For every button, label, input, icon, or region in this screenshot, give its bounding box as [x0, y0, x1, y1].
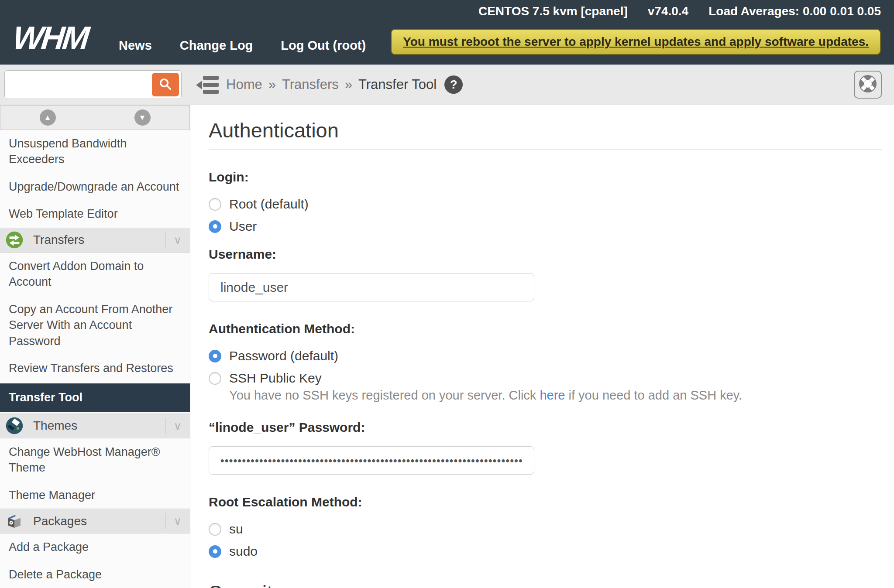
chevron-down-icon[interactable]: ∨ — [165, 515, 190, 527]
support-button[interactable] — [854, 71, 882, 99]
username-label: Username: — [209, 247, 882, 262]
sidebar-item-web-template-editor[interactable]: Web Template Editor — [0, 200, 190, 227]
scroll-down-button[interactable]: ▼ — [95, 105, 190, 130]
system-info: CENTOS 7.5 kvm [cpanel] v74.0.4 Load Ave… — [478, 4, 881, 18]
sidebar-item-upgrade-downgrade[interactable]: Upgrade/Downgrade an Account — [0, 173, 190, 200]
radio-password-default[interactable]: Password (default) — [209, 349, 882, 363]
breadcrumb: Home » Transfers » Transfer Tool ? — [226, 65, 463, 105]
ssh-key-here-link[interactable]: here — [540, 388, 565, 402]
breadcrumb-home[interactable]: Home — [226, 77, 262, 92]
sidebar-section-label: Transfers — [33, 233, 165, 247]
password-field[interactable] — [209, 446, 534, 475]
sidebar-item-change-theme[interactable]: Change WebHost Manager® Theme — [0, 438, 190, 482]
radio-icon[interactable] — [209, 198, 221, 211]
auth-method-label: Authentication Method: — [209, 321, 882, 336]
breadcrumb-transfers[interactable]: Transfers — [282, 77, 339, 92]
radio-su[interactable]: su — [209, 522, 882, 537]
nav-change-log[interactable]: Change Log — [180, 38, 253, 53]
login-label: Login: — [209, 170, 882, 185]
username-field[interactable] — [209, 273, 534, 301]
sidebar-item-unsuspend-bandwidth[interactable]: Unsuspend Bandwidth Exceeders — [0, 130, 190, 173]
themes-icon — [5, 417, 24, 435]
sidebar-section-label: Themes — [33, 419, 165, 433]
sidebar-item-add-package[interactable]: Add a Package — [0, 533, 190, 561]
radio-root-default[interactable]: Root (default) — [209, 197, 882, 212]
sidebar-section-transfers[interactable]: Transfers ∨ — [0, 228, 190, 253]
breadcrumb-separator: » — [345, 77, 352, 92]
root-escalation-label: Root Escalation Method: — [209, 495, 882, 509]
radio-icon[interactable] — [209, 523, 221, 536]
ssh-key-note: You have no SSH keys registered on your … — [229, 388, 882, 403]
search-box — [4, 70, 182, 99]
radio-label: User — [229, 219, 257, 234]
breadcrumb-separator: » — [268, 77, 276, 92]
collapse-sidebar-icon[interactable] — [195, 74, 220, 96]
sidebar-item-review-transfers[interactable]: Review Transfers and Restores — [0, 355, 190, 382]
packages-icon — [5, 512, 24, 530]
nav-log-out[interactable]: Log Out (root) — [281, 38, 366, 53]
root-escalation-radio-group: su sudo — [209, 522, 882, 559]
version-label: v74.0.4 — [648, 4, 688, 18]
life-ring-icon — [857, 73, 878, 96]
security-title: Security — [209, 581, 882, 588]
main-content: Authentication Login: Root (default) Use… — [190, 105, 894, 588]
reboot-alert-banner[interactable]: You must reboot the server to apply kern… — [391, 29, 881, 55]
radio-label: Root (default) — [229, 197, 309, 212]
sidebar-item-convert-addon[interactable]: Convert Addon Domain to Account — [0, 253, 190, 296]
divider — [209, 149, 882, 150]
radio-user[interactable]: User — [209, 219, 882, 234]
password-label: “linode_user” Password: — [209, 420, 882, 435]
sidebar-section-packages[interactable]: Packages ∨ — [0, 509, 190, 533]
sidebar: ▲ ▼ Unsuspend Bandwidth Exceeders Upgrad… — [0, 105, 190, 588]
breadcrumb-current: Transfer Tool — [358, 77, 437, 92]
help-icon[interactable]: ? — [444, 75, 463, 94]
sidebar-item-copy-account[interactable]: Copy an Account From Another Server With… — [0, 296, 190, 355]
radio-icon[interactable] — [209, 350, 221, 362]
sidebar-section-themes[interactable]: Themes ∨ — [0, 414, 190, 438]
login-radio-group: Root (default) User — [209, 197, 882, 234]
radio-label: sudo — [229, 544, 258, 559]
transfers-icon — [5, 231, 24, 249]
radio-sudo[interactable]: sudo — [209, 544, 882, 559]
radio-label: SSH Public Key — [229, 371, 322, 386]
toolbar: Home » Transfers » Transfer Tool ? — [0, 65, 894, 105]
radio-icon[interactable] — [209, 545, 221, 558]
sidebar-item-transfer-tool[interactable]: Transfer Tool — [0, 383, 190, 411]
sidebar-scroll-controls: ▲ ▼ — [0, 105, 190, 130]
authentication-title: Authentication — [209, 118, 882, 142]
arrow-up-icon: ▲ — [40, 109, 56, 126]
chevron-down-icon[interactable]: ∨ — [165, 234, 190, 246]
radio-ssh-public-key[interactable]: SSH Public Key — [209, 371, 882, 386]
radio-label: su — [229, 522, 243, 537]
arrow-down-icon: ▼ — [134, 109, 151, 126]
top-nav: News Change Log Log Out (root) — [119, 38, 366, 53]
scroll-up-button[interactable]: ▲ — [0, 105, 95, 130]
chevron-down-icon[interactable]: ∨ — [165, 420, 190, 432]
sidebar-item-delete-package[interactable]: Delete a Package — [0, 561, 190, 588]
whm-logo[interactable]: WHM — [11, 19, 89, 56]
app-header: CENTOS 7.5 kvm [cpanel] v74.0.4 Load Ave… — [0, 0, 894, 65]
search-icon — [158, 76, 173, 93]
radio-icon[interactable] — [209, 220, 221, 233]
search-button[interactable] — [152, 73, 179, 96]
sidebar-item-theme-manager[interactable]: Theme Manager — [0, 482, 190, 509]
os-info: CENTOS 7.5 kvm [cpanel] — [478, 4, 628, 18]
nav-news[interactable]: News — [119, 38, 152, 53]
auth-method-radio-group: Password (default) SSH Public Key — [209, 349, 882, 386]
radio-label: Password (default) — [229, 349, 338, 363]
radio-icon[interactable] — [209, 372, 221, 385]
load-averages: Load Averages: 0.00 0.01 0.05 — [708, 4, 881, 18]
sidebar-section-label: Packages — [33, 514, 165, 528]
